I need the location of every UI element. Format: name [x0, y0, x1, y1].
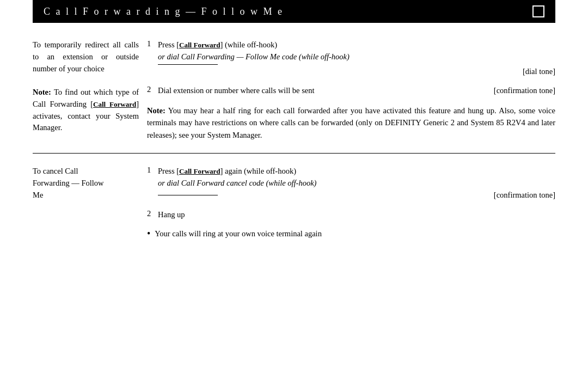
top-note2: Note: You may hear a half ring for each … — [147, 105, 555, 141]
top-note2-label: Note: — [147, 106, 166, 115]
bottom-step-number-2: 2 — [147, 209, 158, 218]
header-bar: C a l l F o r w a r d i n g — F o l l o … — [33, 0, 555, 23]
bottom-step-1-italic: or dial Call Forward cancel code (while … — [158, 179, 316, 187]
step-1-button: Call Forward — [179, 41, 220, 49]
step-1-suffix: ] (while off-hook) — [220, 40, 277, 49]
top-section: To temporarily redirect all calls to an … — [33, 39, 555, 141]
bottom-step-1-press: Press [ — [158, 167, 179, 175]
bottom-step-1: 1 Press [Call Forward] again (while off-… — [147, 166, 555, 201]
bottom-desc-line2: Forwarding — Follow — [33, 177, 139, 189]
step-2-text: Dial extension or number where calls wil… — [158, 85, 315, 97]
bottom-step-1-button: Call Forward — [179, 167, 220, 175]
step-2-content: Dial extension or number where calls wil… — [158, 85, 555, 97]
step-1-dial-tone: [dial tone] — [158, 66, 555, 78]
section-divider — [33, 153, 555, 154]
top-step-2: 2 Dial extension or number where calls w… — [147, 85, 555, 97]
step-number-2: 2 — [147, 85, 158, 94]
bottom-desc-line3: Me — [33, 189, 139, 201]
top-note-button: Call Forward — [93, 100, 136, 108]
top-step-1: 1 Press [Call Forward] (while off-hook) … — [147, 39, 555, 77]
bottom-section: To cancel Call Forwarding — Follow Me 1 … — [33, 166, 555, 241]
top-note-text: Note: To find out which type of Call For… — [33, 87, 139, 134]
bullet-item: • Your calls will ring at your own voice… — [147, 228, 555, 241]
bottom-desc-line1: To cancel Call — [33, 166, 139, 177]
top-instructions: 1 Press [Call Forward] (while off-hook) … — [147, 39, 555, 141]
step-1-press: Press [ — [158, 40, 179, 49]
step-number-1: 1 — [147, 39, 158, 48]
header-box-icon — [532, 5, 544, 17]
bottom-step-number-1: 1 — [147, 166, 158, 175]
bullet-dot: • — [147, 227, 150, 241]
bottom-step-1-content: Press [Call Forward] again (while off-ho… — [158, 166, 555, 201]
step-1-content: Press [Call Forward] (while off-hook) or… — [158, 39, 555, 77]
bottom-step-2: 2 Hang up — [147, 209, 555, 221]
bottom-step-1-underline — [158, 195, 218, 195]
bottom-instructions: 1 Press [Call Forward] again (while off-… — [147, 166, 555, 241]
bottom-description: To cancel Call Forwarding — Follow Me — [33, 166, 147, 241]
step-1-underline — [158, 64, 218, 65]
top-description-text: To temporarily redirect all calls to an … — [33, 39, 139, 75]
bottom-step-2-content: Hang up — [158, 209, 555, 221]
step-2-conf-tone: [confirmation tone] — [489, 85, 555, 97]
top-note-label: Note: — [33, 88, 51, 96]
page-container: C a l l F o r w a r d i n g — F o l l o … — [0, 0, 588, 380]
bottom-step-2-text: Hang up — [158, 210, 185, 219]
step-1-italic: or dial Call Forwarding — Follow Me code… — [158, 52, 350, 61]
top-note2-text: You may hear a half ring for each call f… — [147, 106, 555, 139]
top-description: To temporarily redirect all calls to an … — [33, 39, 147, 141]
page-title: C a l l F o r w a r d i n g — F o l l o … — [44, 6, 284, 17]
bullet-text: Your calls will ring at your own voice t… — [155, 228, 322, 240]
bottom-step-1-suffix: ] again (while off-hook) — [220, 167, 296, 175]
bottom-step-1-conf-tone: [confirmation tone] — [494, 189, 555, 201]
